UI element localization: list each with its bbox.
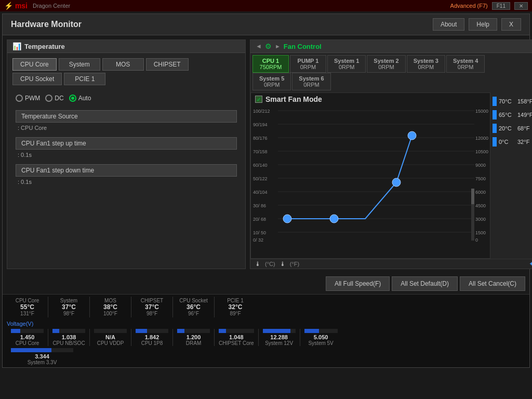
voltage-title: Voltage(V) [7, 321, 525, 327]
svg-text:20/ 68: 20/ 68 [253, 217, 266, 222]
fan-tab-sys2[interactable]: System 2 0RPM [367, 55, 405, 73]
volt-bar-sys12v [263, 329, 291, 333]
svg-text:90/194: 90/194 [253, 122, 268, 127]
fan-controls: PWM DC Auto Temperature Source : CPU Cor… [7, 90, 245, 195]
svg-rect-32 [471, 189, 474, 204]
fan-tab-sys1-value: 0RPM [334, 64, 359, 70]
temperature-panel: 📊 Temperature CPU Core System MOS CHIPSE… [7, 39, 246, 269]
fan-tab-sys3[interactable]: System 3 0RPM [407, 55, 445, 73]
monitor-chipset: CHIPSET 37°C 98°F [131, 297, 173, 317]
fan-tab-cpu1[interactable]: CPU 1 750RPM [252, 55, 289, 73]
volt-label-cpu-vddp: CPU VDDP [97, 340, 124, 346]
voltage-section: Voltage(V) 1.450 CPU Core 1.038 CPU NB/S… [7, 321, 525, 365]
monitor-pcie-f: 89°F [230, 311, 241, 316]
temp-c-1: 65°C [499, 112, 515, 118]
fan-tab-cpu1-value: 750RPM [259, 64, 282, 70]
temp-indicator-3: 0°C 32°F 20% [493, 137, 532, 147]
volt-bar-cpu-nb [52, 329, 59, 333]
pwm-radio[interactable]: PWM [16, 95, 40, 102]
fan-tab-sys2-value: 0RPM [374, 64, 398, 70]
temp-source-button[interactable]: Temperature Source [16, 110, 237, 123]
window-buttons: About Help X [433, 18, 521, 31]
volt-bar-dram [177, 329, 184, 333]
window-title: Hardware Monitor [11, 20, 82, 29]
thermometer-f-icon: 🌡 [280, 260, 286, 268]
svg-point-33 [283, 215, 291, 223]
monitor-cpu-socket-label: CPU Socket [179, 298, 207, 303]
monitor-cpu-core-temp: 55°C [20, 303, 34, 311]
auto-radio[interactable]: Auto [69, 95, 91, 102]
f11-button[interactable]: F11 [492, 2, 510, 10]
svg-point-36 [408, 131, 416, 140]
monitor-chipset-temp: 37°C [145, 303, 159, 311]
fan-curve-chart: 100/212 90/194 80/176 70/158 60/140 50/1… [251, 105, 490, 243]
monitor-system: System 37°C 98°F [48, 297, 90, 317]
fan-chart: ✓ Smart Fan Mode 100/212 90/194 80/176 7… [250, 92, 490, 259]
volt-value-sys12v: 12.288 [270, 334, 288, 340]
about-button[interactable]: About [433, 18, 464, 31]
dc-radio[interactable]: DC [45, 95, 63, 102]
volt-bar-cpu-vddp-container [94, 329, 127, 333]
fan-panel-header: ◄ ⚙ ► Fan Control [250, 40, 532, 53]
volt-sys3v: 3.344 System 3.3V [7, 348, 77, 365]
svg-text:1500: 1500 [475, 230, 486, 235]
thermometer-icon: 🌡 [255, 260, 261, 268]
fan-tab-sys5-value: 0RPM [259, 82, 284, 88]
temp-btn-system[interactable]: System [59, 58, 100, 71]
monitor-mos: MOS 38°C 100°F [90, 297, 131, 317]
fan-tab-sys1[interactable]: System 1 0RPM [327, 55, 366, 73]
fan-tab-sys5[interactable]: System 5 0RPM [252, 73, 291, 90]
all-set-default-button[interactable]: All Set Default(D) [392, 276, 458, 291]
volt-label-cpu-1p8: CPU 1P8 [141, 340, 163, 346]
monitor-cpu-core: CPU Core 55°C 131°F [7, 297, 48, 317]
svg-text:0/ 32: 0/ 32 [253, 237, 263, 243]
temp-btn-mos[interactable]: MOS [102, 58, 144, 71]
temp-btn-pcie[interactable]: PCIE 1 [64, 73, 105, 85]
pwm-label: PWM [25, 95, 40, 102]
temp-f-2: 68°F [517, 125, 532, 131]
fan-control-title: Fan Control [284, 43, 322, 50]
temp-indicator-0: 70°C 158°F 100% [493, 97, 532, 106]
fan-tab-sys4-label: System 4 [453, 58, 478, 64]
svg-text:40/104: 40/104 [253, 190, 268, 195]
volt-cpu-1p8: 1.842 CPU 1P8 [131, 329, 173, 346]
volt-value-sys5v: 5.050 [314, 334, 328, 340]
top-bar: ⚡ msi Dragon Center Advanced (F7) F11 ✕ [0, 0, 532, 11]
temp-c-2: 20°C [499, 125, 515, 131]
step-down-button[interactable]: CPU Fan1 step down time [16, 164, 237, 177]
temp-btn-cpu-core[interactable]: CPU Core [12, 58, 57, 71]
volt-label-chipset: CHIPSET Core [219, 340, 254, 346]
monitor-cpu-core-label: CPU Core [16, 298, 39, 303]
monitor-system-label: System [60, 298, 77, 303]
temp-btn-cpu-socket[interactable]: CPU Socket [12, 73, 62, 85]
all-full-speed-button[interactable]: All Full Speed(F) [326, 276, 390, 291]
fan-tab-sys4-value: 0RPM [453, 64, 478, 70]
svg-text:70/158: 70/158 [253, 149, 268, 154]
top-bar-right: Advanced (F7) F11 ✕ [450, 2, 528, 10]
chart-footer-right: ✦ (RPM) [529, 260, 532, 268]
fan-tab-pump1[interactable]: PUMP 1 0RPM [290, 55, 326, 73]
volt-label-sys5v: System 5V [308, 340, 333, 346]
volt-label-dram: DRAM [186, 340, 201, 346]
chart-footer-left: 🌡 (°C) 🌡 (°F) [255, 260, 299, 268]
all-set-cancel-button[interactable]: All Set Cancel(C) [460, 276, 525, 291]
top-bar-title: Dragon Center [33, 3, 70, 9]
volt-value-sys3v: 3.344 [35, 353, 49, 360]
svg-text:10/ 50: 10/ 50 [253, 230, 266, 235]
temperature-buttons: CPU Core System MOS CHIPSET CPU Socket P… [7, 53, 245, 90]
close-button[interactable]: X [501, 18, 521, 31]
volt-bar-chipset-container [219, 329, 254, 333]
temp-btn-chipset[interactable]: CHIPSET [146, 58, 189, 71]
monitor-mos-label: MOS [104, 298, 116, 303]
monitor-cpu-socket: CPU Socket 36°C 96°F [173, 297, 215, 317]
fan-tab-sys6[interactable]: System 6 0RPM [292, 73, 330, 90]
monitor-chipset-label: CHIPSET [141, 298, 163, 303]
fan-tab-sys6-value: 0RPM [299, 82, 324, 88]
fan-tab-sys4[interactable]: System 4 0RPM [446, 55, 485, 73]
step-up-button[interactable]: CPU Fan1 step up time [16, 137, 237, 150]
window-header: Hardware Monitor About Help X [3, 14, 529, 35]
help-button[interactable]: Help [469, 18, 497, 31]
close-top-button[interactable]: ✕ [514, 2, 528, 10]
smart-fan-checkbox[interactable]: ✓ [255, 96, 262, 103]
temp-indicators: 70°C 158°F 100% 65°C 149°F 75% 20°C 68°F [490, 92, 532, 259]
